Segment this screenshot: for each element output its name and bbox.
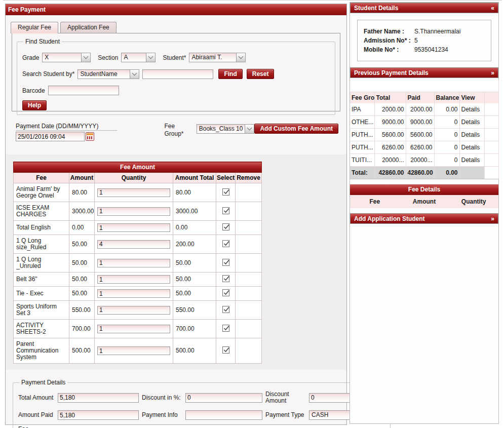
check-icon — [223, 306, 230, 313]
search-reset-button[interactable]: Reset — [247, 69, 275, 79]
section-select[interactable]: A — [121, 53, 156, 62]
add-application-student-header[interactable]: Add Application Student » — [350, 213, 498, 224]
fee-amount-total-cell: 50.00 — [173, 287, 216, 301]
quantity-input[interactable] — [97, 325, 170, 333]
previous-payment-total-row: Total: 42860.00 42860.00 0.00 — [350, 167, 498, 179]
payment-info-input[interactable] — [185, 410, 262, 420]
fee-amount-cell: 500.00 — [69, 338, 95, 364]
student-details-box: Father Name : S.Thanneermalai Admission … — [357, 20, 491, 61]
payment-details-grid: Total Amount Discount in %: Discount Amo… — [18, 391, 385, 428]
select-checkbox[interactable] — [222, 325, 229, 332]
fee-amount-total-cell: 550.00 — [173, 301, 216, 320]
select-checkbox[interactable] — [222, 240, 229, 247]
select-checkbox[interactable] — [222, 188, 229, 196]
amount-paid-input[interactable] — [58, 410, 139, 420]
help-button[interactable]: Help — [22, 100, 47, 110]
fee-group-cell: TUITI... — [350, 154, 374, 167]
payment-date-row: Payment Date (DD/MM/YYYY) Fee Group* Boo… — [16, 123, 338, 141]
tab-regular-fee[interactable]: Regular Fee — [11, 22, 58, 33]
tab-bar: Regular Fee Application Fee — [11, 22, 346, 33]
top-divider — [3, 0, 502, 1]
father-name-row: Father Name : S.Thanneermalai — [364, 28, 485, 35]
quantity-input[interactable] — [97, 240, 170, 249]
fee-table-header-row: Fee Amount Quantity Amount Total Select … — [14, 173, 262, 183]
select-checkbox[interactable] — [222, 275, 229, 282]
fee-amount-total-cell: 500.00 — [173, 338, 216, 364]
total-amount-input[interactable] — [58, 393, 139, 403]
select-checkbox[interactable] — [222, 346, 229, 354]
student-label: Student* — [163, 54, 186, 61]
select-checkbox[interactable] — [222, 289, 229, 296]
add-custom-fee-button[interactable]: Add Custom Fee Amount — [254, 124, 338, 134]
page-title: Fee Payment — [8, 6, 46, 13]
quantity-input[interactable] — [97, 223, 170, 232]
col-view: View — [459, 92, 484, 104]
discount-pct-label: Discount in %: — [142, 395, 182, 401]
expand-icon[interactable]: » — [491, 69, 494, 76]
remove-cell — [236, 301, 262, 320]
remove-cell — [236, 273, 262, 287]
quantity-input[interactable] — [97, 259, 170, 267]
payment-date-input[interactable] — [16, 132, 85, 141]
fee-amount-cell: 0.00 — [69, 221, 95, 235]
fee-amount-cell: 50.00 — [69, 254, 95, 273]
paid-cell: 5600.00 — [406, 129, 434, 141]
barcode-input[interactable] — [48, 86, 119, 95]
quantity-input[interactable] — [97, 207, 170, 216]
quantity-input[interactable] — [97, 289, 170, 298]
select-checkbox[interactable] — [222, 259, 229, 266]
fee-amount-cell: 50.00 — [69, 287, 95, 301]
academic-fees-table: 2015-2016 Academic Fees Details Fee Grou… — [350, 80, 499, 179]
quantity-input[interactable] — [97, 275, 170, 284]
total-row-paid: 42860.00 — [406, 167, 434, 179]
previous-payment-row: PUTH... 6260.00 6260.00 0 Details — [350, 141, 498, 154]
payment-date-block: Payment Date (DD/MM/YYYY) — [16, 123, 146, 141]
fee-table-row: Tie - Exec 50.00 50.00 — [14, 287, 262, 301]
details-link[interactable]: Details — [461, 106, 480, 113]
details-link[interactable]: Details — [461, 119, 480, 126]
fee-amount-total-cell: 50.00 — [173, 273, 216, 287]
fee-description-label: Fee Description — [18, 426, 55, 428]
select-checkbox[interactable] — [222, 306, 229, 313]
find-button[interactable]: Find — [218, 69, 242, 79]
search-by-select[interactable]: StudentName — [77, 69, 139, 79]
grade-select[interactable]: X — [42, 53, 91, 62]
expand-icon[interactable]: » — [491, 215, 494, 222]
paid-cell: 6260.00 — [406, 141, 434, 154]
calendar-icon[interactable] — [86, 132, 94, 141]
select-checkbox[interactable] — [222, 207, 229, 214]
discount-pct-input[interactable] — [185, 393, 262, 403]
quantity-input[interactable] — [97, 346, 170, 355]
fee-table-title: Fee Amount — [14, 162, 262, 173]
balance-cell: 0 — [434, 141, 459, 154]
check-icon — [223, 325, 230, 331]
help-row: Help — [22, 100, 330, 110]
quantity-input[interactable] — [97, 188, 170, 197]
balance-cell: 0 — [434, 129, 459, 141]
fee-amount-cell: 3000.00 — [69, 202, 95, 221]
payment-type-label: Payment Type — [265, 412, 306, 418]
quantity-input[interactable] — [97, 306, 170, 315]
fee-group-cell: OTHE... — [350, 116, 374, 129]
tab-application-fee[interactable]: Application Fee — [60, 22, 117, 33]
fee-amount-total-cell: 3000.00 — [173, 202, 216, 221]
fee-group-select[interactable]: Books_Class 10 — [197, 124, 255, 134]
fee-amount-cell: 50.00 — [69, 235, 95, 254]
fee-details-block: Fee Details Fee Amount Quantity — [350, 184, 498, 208]
details-link[interactable]: Details — [461, 144, 480, 151]
select-checkbox[interactable] — [222, 223, 229, 230]
fee-name-cell: Belt 36" — [14, 273, 69, 287]
check-icon — [223, 241, 230, 247]
student-select[interactable]: Abiraami T. — [189, 53, 246, 62]
details-link[interactable]: Details — [461, 157, 480, 164]
mobile-no-value: 9535041234 — [414, 46, 448, 53]
details-link[interactable]: Details — [461, 131, 480, 138]
total-cell: 20000... — [374, 154, 406, 167]
previous-payment-details-header[interactable]: Previous Payment Details » — [350, 67, 498, 78]
collapse-icon[interactable]: « — [491, 5, 494, 12]
balance-cell: 0 — [434, 154, 459, 167]
search-student-input[interactable] — [142, 69, 213, 79]
fee-name-cell: 1 Q Long _Unruled — [14, 254, 69, 273]
student-details-header[interactable]: Student Details « — [350, 3, 498, 13]
admission-no-value: 5 — [414, 37, 418, 44]
